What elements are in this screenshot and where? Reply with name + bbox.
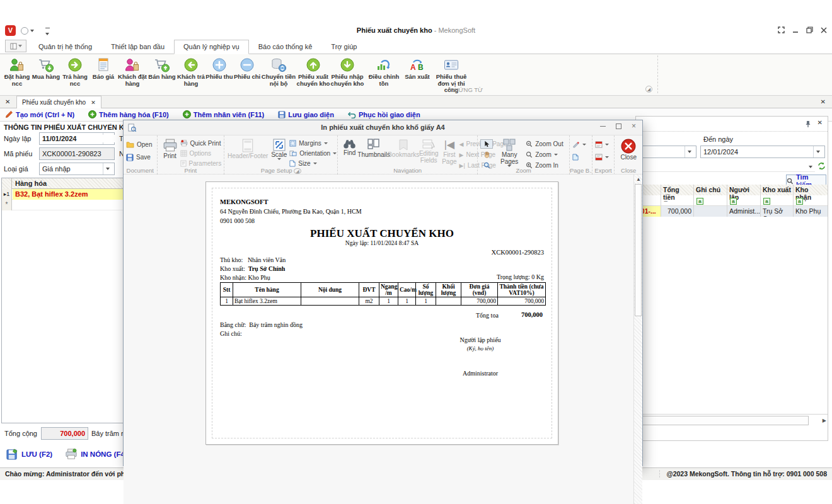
first-page-button[interactable]: |◀ First Page [439, 137, 459, 166]
maximize-icon[interactable] [616, 123, 621, 129]
scroll-up-icon[interactable]: ▲ [636, 176, 641, 182]
print-button[interactable]: Print [160, 137, 180, 161]
margins-button[interactable]: Margins [289, 139, 337, 148]
many-pages-button[interactable]: Many Pages [493, 137, 526, 168]
pin-icon[interactable] [805, 120, 811, 128]
filter-cell[interactable]: a [794, 195, 828, 206]
circle-arrow-left-icon [183, 56, 199, 74]
ribbon-item-mua-hang[interactable]: Mua hàng [32, 55, 61, 81]
column-header-ghi-chu[interactable]: Ghi chú [694, 185, 727, 195]
column-header-nguoi-lap[interactable]: Người lập [727, 185, 761, 195]
pointer-tool-button[interactable] [480, 139, 493, 149]
send-email-button[interactable] [595, 152, 609, 162]
thumbnails-button[interactable]: Thumbnails [359, 137, 389, 159]
ribbon-item-phieu-chi[interactable]: Phiếu chi [233, 55, 261, 81]
ribbon-item-label: Khách đặt hàng [117, 74, 147, 87]
scroll-right-icon[interactable]: ▶ [823, 418, 826, 423]
ribbon-item-ban-hang[interactable]: Bán hàng [147, 55, 176, 81]
tab-tro-giup[interactable]: Trợ giúp [321, 40, 366, 54]
close-icon[interactable]: × [632, 123, 636, 129]
restore-layout-button[interactable]: Phục hồi giao diện [348, 110, 420, 118]
group-dialog-launcher-icon[interactable]: ◢ [645, 86, 652, 93]
editing-fields-button[interactable]: Editing Fields [418, 137, 439, 165]
horizontal-scrollbar[interactable]: ▶ [636, 414, 828, 427]
scrollbar-thumb[interactable] [635, 184, 642, 316]
filter-cell[interactable]: a [761, 195, 794, 206]
ribbon-item-san-xuat[interactable]: AB Sản xuất [403, 55, 431, 81]
close-panel-icon[interactable]: ✕ [818, 119, 823, 126]
from-date-combo[interactable] [638, 146, 696, 158]
ribbon-item-phieu-thu[interactable]: Phiếu thu [205, 55, 233, 81]
save-disk-icon [6, 449, 18, 461]
filter-cell[interactable]: = [661, 195, 694, 206]
add-staff-button[interactable]: Thêm nhân viên (F11) [183, 110, 264, 118]
restore-icon[interactable] [806, 26, 813, 33]
print-hot-button[interactable]: IN NÓNG (F4) [65, 449, 127, 460]
ribbon-item-bao-gia[interactable]: Báo giá [90, 55, 117, 81]
total-input[interactable]: 700,000 [41, 427, 88, 440]
many-pages-icon [502, 139, 516, 151]
scale-button[interactable]: Scale [269, 137, 289, 161]
filter-combo[interactable] [638, 162, 815, 172]
zoom-button[interactable]: Zoom [526, 150, 563, 159]
add-item-button[interactable]: Thêm hàng hóa (F10) [88, 110, 169, 118]
column-header-kho-nhan[interactable]: Kho nhận [794, 185, 828, 195]
new-button[interactable]: Tạo mới (Ctrl + N) [5, 110, 74, 118]
minimize-icon[interactable] [792, 27, 799, 33]
page-color-button[interactable] [572, 152, 586, 162]
save-button[interactable]: LƯU (F2) [6, 449, 52, 461]
ribbon-item-dieu-chinh-ton[interactable]: Điều chỉnh tồn [364, 55, 403, 87]
ribbon-item-khach-dat-hang[interactable]: Khách đặt hàng [117, 55, 147, 87]
den-ngay-input[interactable]: 12/01/2024 [700, 146, 825, 158]
preview-vertical-scrollbar[interactable]: ▲ ▼ [633, 175, 642, 504]
tab-quan-tri-he-thong[interactable]: Quản trị hệ thống [29, 40, 101, 54]
ribbon-item-khach-tra-hang[interactable]: Khách trả hàng [176, 55, 205, 87]
group-dialog-launcher-icon[interactable]: ◢ [294, 168, 301, 174]
save-button[interactable]: Save [126, 152, 152, 162]
scrollbar-thumb[interactable] [637, 416, 809, 425]
refresh-icon[interactable] [818, 162, 826, 170]
ribbon-item-tra-hang-ncc[interactable]: Trả hàng ncc [61, 55, 90, 87]
ma-phieu-input[interactable]: XCK00001-290823 [39, 147, 115, 160]
ribbon-item-phieu-xuat-chuyen-kho[interactable]: Phiếu xuất chuyển kho [296, 55, 330, 87]
tab-quan-ly-nghiep-vu[interactable]: Quản lý nghiệp vụ [174, 40, 249, 54]
ribbon-item-label: Phiếu chi [234, 74, 260, 81]
minimize-icon[interactable] [600, 126, 606, 127]
chevron-down-icon [688, 151, 691, 153]
close-icon[interactable] [821, 27, 827, 33]
close-preview-button[interactable]: Close [618, 137, 639, 162]
ribbon-item-dat-hang-ncc[interactable]: Đặt hàng ncc [3, 55, 32, 87]
doc-cell-thanh-tien: 700,000 [498, 297, 546, 306]
preview-area[interactable]: MEKONGSOFT 64 Nguyễn Đình Chiểu, Phường … [124, 175, 633, 504]
watermark-button[interactable] [572, 140, 586, 149]
tab-thiet-lap-ban-dau[interactable]: Thiết lập ban đầu [101, 40, 174, 54]
close-panel-icon[interactable]: ✕ [821, 98, 826, 105]
header-footer-button[interactable]: Header/Footer [227, 137, 269, 161]
find-button[interactable]: Find [340, 137, 359, 158]
quick-print-button[interactable]: Quick Print [180, 139, 222, 148]
result-row[interactable]: 001-... 700,000 Administ... Trụ Sở C... … [636, 206, 828, 217]
filter-cell[interactable]: a [727, 195, 761, 206]
close-all-tabs-icon[interactable]: ✕ [5, 98, 10, 105]
ribbon-item-phieu-nhap-chuyen-kho[interactable]: Phiếu nhập chuyển kho [330, 55, 364, 87]
hand-tool-button[interactable] [480, 150, 493, 159]
column-header-tong-tien[interactable]: Tổng tiền [661, 185, 694, 195]
orientation-button[interactable]: Orientation [289, 149, 337, 158]
bookmarks-button[interactable]: Bookmarks [389, 137, 418, 159]
doc-cell-stt: 1 [221, 297, 233, 306]
loai-gia-select[interactable]: Giá nhập [39, 163, 115, 175]
fullscreen-icon[interactable] [778, 26, 785, 33]
export-document-button[interactable] [595, 140, 609, 149]
close-tab-icon[interactable]: ✕ [91, 100, 96, 106]
doc-tab-phieu-xuat-chuyen-kho[interactable]: Phiếu xuất chuyển kho ✕ [16, 96, 101, 108]
ribbon-item-chuyen-tien-noi-bo[interactable]: Chuyển tiền nội bộ [261, 55, 296, 87]
layout-switch-button[interactable] [5, 40, 26, 52]
column-header-kho-xuat[interactable]: Kho xuất [761, 185, 794, 195]
open-button[interactable]: Open [126, 140, 152, 149]
tab-bao-cao-thong-ke[interactable]: Báo cáo thống kê [249, 40, 322, 54]
zoom-out-button[interactable]: Zoom Out [526, 139, 563, 149]
filter-cell[interactable]: a [694, 195, 727, 206]
save-layout-button[interactable]: Lưu giao diện [278, 110, 334, 118]
options-button[interactable]: Options [180, 149, 222, 158]
id-card-icon [443, 56, 459, 74]
